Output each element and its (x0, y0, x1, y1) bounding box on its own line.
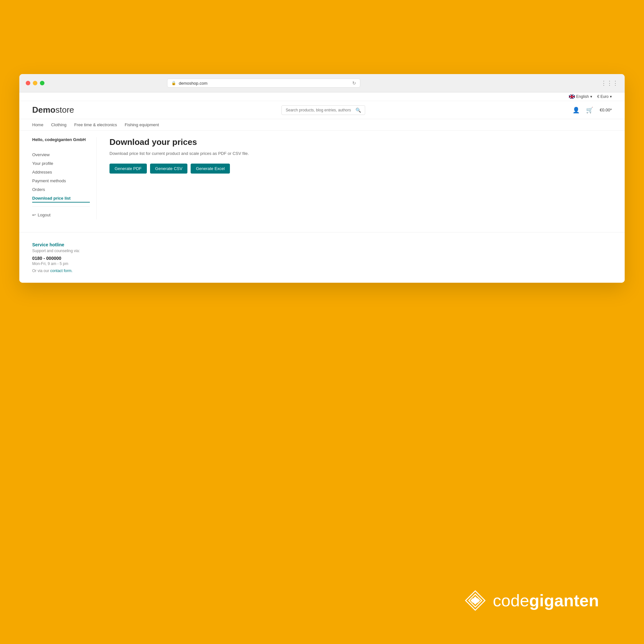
browser-chrome: 🔒 demoshop.com ↻ ⋮⋮⋮ (19, 74, 625, 92)
language-label: English (576, 94, 589, 99)
logout-label: Logout (38, 213, 51, 217)
main-content: Hello, codegiganten GmbH Overview Your p… (19, 131, 625, 232)
lock-icon: 🔒 (171, 81, 176, 85)
sidebar-item-orders[interactable]: Orders (32, 185, 90, 194)
dot-green[interactable] (40, 81, 44, 85)
search-bar[interactable]: 🔍 (281, 105, 365, 115)
footer-service-title: Service hotline (32, 242, 612, 247)
footer-contact-prefix: Or via our (32, 269, 50, 273)
sidebar-item-download[interactable]: Download price list (32, 194, 90, 203)
store-footer: Service hotline Support and counseling v… (19, 232, 625, 283)
browser-window: 🔒 demoshop.com ↻ ⋮⋮⋮ English ▾ € Euro ▾ … (19, 74, 625, 283)
currency-label: € Euro (597, 94, 609, 99)
brand-name: codegiganten (493, 591, 599, 610)
brand-name-light: code (493, 591, 529, 610)
brand-name-bold: giganten (529, 591, 599, 610)
generate-excel-button[interactable]: Generate Excel (191, 164, 230, 174)
store-header: Demostore 🔍 👤 🛒 €0.00* (19, 101, 625, 119)
dot-yellow[interactable] (33, 81, 37, 85)
sidebar-item-payment[interactable]: Payment methods (32, 176, 90, 185)
sidebar-item-overview[interactable]: Overview (32, 150, 90, 159)
reload-icon[interactable]: ↻ (352, 81, 356, 86)
brand-logo-icon (464, 589, 487, 612)
search-input[interactable] (286, 108, 353, 112)
generate-pdf-button[interactable]: Generate PDF (109, 164, 147, 174)
nav-item-free-time[interactable]: Free time & electronics (74, 122, 117, 127)
footer-service-sub: Support and counseling via: (32, 249, 612, 253)
sidebar-logout[interactable]: ↩ Logout (32, 211, 90, 219)
nav-item-clothing[interactable]: Clothing (51, 122, 67, 127)
page-title: Download your prices (109, 137, 612, 147)
footer-service: Service hotline Support and counseling v… (32, 242, 612, 273)
sidebar-greeting: Hello, codegiganten GmbH (32, 137, 90, 145)
sidebar: Hello, codegiganten GmbH Overview Your p… (32, 137, 97, 219)
footer-contact: Or via our contact form. (32, 269, 612, 273)
branding: codegiganten (464, 589, 599, 612)
cart-price: €0.00* (600, 108, 612, 112)
page-content: Download your prices Download price list… (97, 137, 612, 219)
nav-item-fishing[interactable]: Fishing equipment (125, 122, 159, 127)
sidebar-item-profile[interactable]: Your profile (32, 159, 90, 168)
flag-icon (569, 95, 575, 99)
cart-icon[interactable]: 🛒 (586, 107, 593, 114)
currency-selector[interactable]: € Euro ▾ (597, 94, 612, 99)
search-icon[interactable]: 🔍 (355, 108, 361, 113)
footer-contact-link[interactable]: contact form. (50, 269, 72, 273)
language-selector[interactable]: English ▾ (569, 94, 592, 99)
currency-dropdown-arrow: ▾ (610, 94, 612, 99)
generate-csv-button[interactable]: Generate CSV (150, 164, 188, 174)
footer-phone: 0180 - 000000 (32, 256, 612, 261)
nav-item-home[interactable]: Home (32, 122, 43, 127)
logo-light: store (55, 105, 74, 115)
browser-dots (26, 81, 44, 85)
header-actions: 👤 🛒 €0.00* (573, 107, 612, 114)
address-bar[interactable]: 🔒 demoshop.com ↻ (167, 79, 360, 88)
store-logo[interactable]: Demostore (32, 105, 74, 115)
logo-bold: Demo (32, 105, 55, 115)
logout-icon: ↩ (32, 213, 36, 217)
action-buttons: Generate PDF Generate CSV Generate Excel (109, 164, 612, 174)
dot-red[interactable] (26, 81, 30, 85)
footer-hours: Mon-Fri, 9 am - 5 pm (32, 261, 612, 266)
user-icon[interactable]: 👤 (573, 107, 580, 114)
language-dropdown-arrow: ▾ (590, 94, 592, 99)
address-text: demoshop.com (179, 81, 350, 86)
sidebar-divider (32, 206, 90, 207)
sidebar-item-addresses[interactable]: Addresses (32, 168, 90, 176)
store-top-bar: English ▾ € Euro ▾ (19, 92, 625, 101)
browser-menu-icon[interactable]: ⋮⋮⋮ (601, 80, 618, 87)
page-description: Download price list for current product … (109, 151, 612, 156)
main-nav: Home Clothing Free time & electronics Fi… (19, 119, 625, 131)
